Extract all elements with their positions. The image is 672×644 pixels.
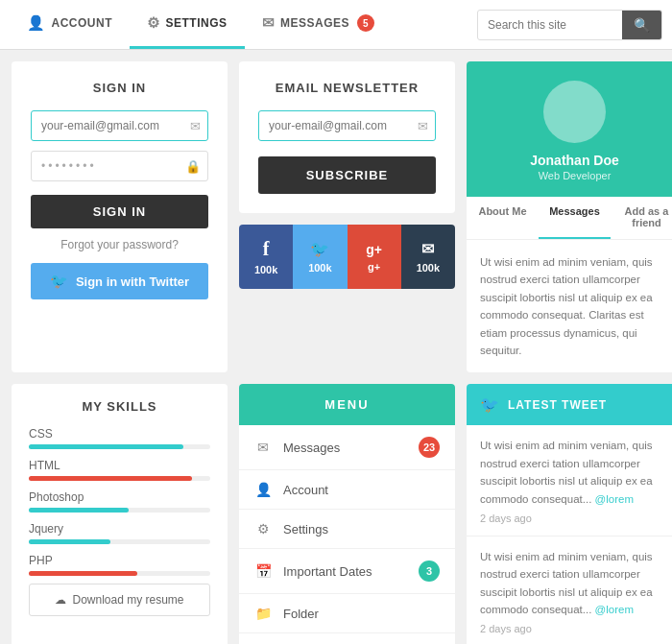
forgot-password-link[interactable]: Forgot your password? (31, 238, 208, 251)
col2-row1: EMAIL NEWSLETTER ✉ SUBSCRIBE f 100k 🐦 10… (239, 61, 455, 372)
tweet-card: 🐦 LATEST TWEET Ut wisi enim ad minim ven… (467, 384, 672, 644)
skill-css: CSS (29, 427, 210, 449)
skill-jquery-label: Jquery (29, 522, 210, 536)
profile-card: Jonathan Doe Web Developer About Me Mess… (467, 61, 672, 372)
search-button[interactable]: 🔍 (622, 10, 661, 40)
social-buttons: f 100k 🐦 100k g+ g+ ✉ 100k (239, 225, 455, 289)
facebook-icon: f (263, 238, 270, 260)
skill-photoshop-label: Photoshop (29, 490, 210, 504)
subscribe-button[interactable]: SUBSCRIBE (258, 156, 436, 194)
profile-tab-about[interactable]: About Me (467, 197, 539, 239)
menu-item-dates[interactable]: 📅 Important Dates 3 (239, 549, 455, 594)
settings-icon: ⚙ (147, 14, 160, 32)
facebook-button[interactable]: f 100k (239, 225, 293, 289)
newsletter-card: EMAIL NEWSLETTER ✉ SUBSCRIBE (239, 61, 455, 213)
profile-header: Jonathan Doe Web Developer (467, 61, 672, 197)
skill-css-bar-bg (29, 444, 210, 449)
nav-tab-messages-label: MESSAGES (280, 16, 349, 30)
google-button[interactable]: g+ g+ (348, 225, 401, 289)
skill-php-bar (29, 571, 137, 576)
email-social-icon: ✉ (421, 240, 434, 258)
menu-settings-label: Settings (283, 522, 328, 537)
skill-jquery: Jquery (29, 522, 210, 544)
facebook-count: 100k (254, 264, 277, 275)
newsletter-email-input[interactable] (258, 110, 436, 141)
menu-item-messages[interactable]: ✉ Messages 23 (239, 425, 455, 470)
twitter-signin-button[interactable]: 🐦 Sign in with Twitter (31, 263, 208, 299)
profile-body: Ut wisi enim ad minim veniam, quis nostr… (467, 240, 672, 372)
menu-card: MENU ✉ Messages 23 👤 Account ⚙ Settings … (239, 384, 455, 644)
tweet-header-label: LATEST TWEET (508, 398, 607, 412)
menu-header: MENU (239, 384, 455, 425)
skill-html-label: HTML (29, 459, 210, 472)
tweet-link-2[interactable]: @lorem (595, 604, 634, 615)
skill-jquery-bar-bg (29, 539, 210, 544)
download-resume-button[interactable]: ☁ Download my resume (29, 584, 210, 616)
lock-icon: 🔒 (185, 159, 201, 174)
signin-password-input[interactable] (31, 151, 208, 181)
nav-tab-account-label: ACCOUNT (52, 16, 113, 30)
messages-badge: 5 (357, 14, 374, 32)
menu-messages-badge: 23 (419, 437, 440, 458)
newsletter-title: EMAIL NEWSLETTER (258, 81, 436, 95)
messages-icon: ✉ (262, 14, 276, 32)
signin-email-input[interactable] (31, 110, 208, 141)
download-label: Download my resume (72, 593, 183, 607)
tweet-bird-icon: 🐦 (480, 395, 500, 414)
tweet-text-2: Ut wisi enim ad minim veniam, quis nostr… (480, 548, 669, 619)
nav-tab-settings[interactable]: ⚙ SETTINGS (130, 0, 245, 49)
menu-dates-badge: 3 (419, 561, 440, 582)
profile-name: Jonathan Doe (530, 153, 619, 168)
email-count: 100k (417, 262, 440, 274)
menu-folder-icon: 📁 (254, 606, 272, 621)
signin-title: SIGN IN (31, 81, 208, 95)
twitter-icon: 🐦 (50, 273, 68, 290)
menu-item-archives[interactable]: 🗄 Archives (239, 633, 455, 644)
profile-role: Web Developer (539, 170, 612, 181)
tweet-time-1: 2 days ago (480, 513, 669, 524)
skill-photoshop: Photoshop (29, 490, 210, 513)
skill-photoshop-bar-bg (29, 508, 210, 513)
menu-item-settings[interactable]: ⚙ Settings (239, 510, 455, 549)
skill-php-bar-bg (29, 571, 210, 576)
google-count: g+ (368, 261, 380, 273)
profile-tab-messages[interactable]: Messages (539, 197, 611, 239)
skills-title: MY SKILLS (29, 399, 210, 414)
skill-jquery-bar (29, 539, 110, 544)
menu-messages-icon: ✉ (254, 440, 272, 455)
tweet-link-1[interactable]: @lorem (595, 493, 634, 505)
nav-tab-account[interactable]: 👤 ACCOUNT (10, 0, 130, 49)
skill-css-label: CSS (29, 427, 210, 441)
skill-css-bar (29, 444, 183, 449)
account-icon: 👤 (27, 14, 46, 32)
tweet-item-2: Ut wisi enim ad minim veniam, quis nostr… (467, 537, 672, 644)
menu-folder-label: Folder (283, 607, 319, 621)
skill-php-label: PHP (29, 554, 210, 567)
menu-item-account[interactable]: 👤 Account (239, 470, 455, 510)
skill-html: HTML (29, 459, 210, 481)
newsletter-email-icon: ✉ (418, 119, 428, 133)
twitter-button[interactable]: 🐦 100k (293, 225, 347, 289)
menu-item-folder[interactable]: 📁 Folder (239, 594, 455, 633)
password-input-wrap: 🔒 (31, 151, 208, 181)
tweet-item-1: Ut wisi enim ad minim veniam, quis nostr… (467, 425, 672, 537)
menu-messages-label: Messages (283, 441, 340, 455)
skill-html-bar-bg (29, 476, 210, 481)
signin-button[interactable]: SIGN IN (31, 195, 208, 228)
email-social-button[interactable]: ✉ 100k (401, 225, 455, 289)
twitter-count: 100k (308, 262, 331, 274)
google-icon: g+ (366, 242, 382, 257)
email-input-wrap: ✉ (31, 110, 208, 141)
main-grid: SIGN IN ✉ 🔒 SIGN IN Forgot your password… (0, 50, 672, 644)
nav-tab-settings-label: SETTINGS (166, 16, 228, 30)
nav-tab-messages[interactable]: ✉ MESSAGES 5 (245, 0, 393, 49)
profile-tab-add-friend[interactable]: Add as a friend (611, 197, 672, 239)
menu-dates-icon: 📅 (254, 563, 272, 579)
menu-dates-label: Important Dates (283, 564, 372, 579)
email-icon: ✉ (190, 119, 201, 133)
top-nav: 👤 ACCOUNT ⚙ SETTINGS ✉ MESSAGES 5 🔍 (0, 0, 672, 50)
search-box: 🔍 (477, 10, 662, 40)
newsletter-email-wrap: ✉ (258, 110, 436, 141)
menu-settings-icon: ⚙ (254, 521, 272, 537)
search-input[interactable] (478, 18, 622, 32)
